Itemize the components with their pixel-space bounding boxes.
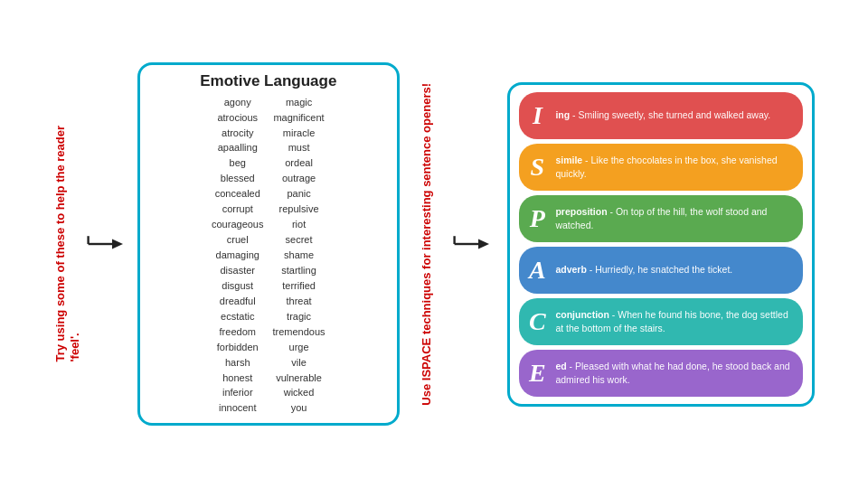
ispace-row-s: Ssimile - Like the chocolates in the box… xyxy=(519,144,803,191)
ispace-technique: ing xyxy=(555,109,570,120)
emotive-word: must xyxy=(273,141,326,155)
emotive-word: wicked xyxy=(273,386,326,400)
emotive-word: cruel xyxy=(212,233,264,248)
ispace-letter: E xyxy=(526,359,548,388)
emotive-word: disgust xyxy=(212,279,264,294)
emotive-word: vulnerable xyxy=(273,371,326,386)
emotive-word: terrified xyxy=(273,279,326,294)
left-label-line1: Try using some of these to help the read… xyxy=(53,126,67,362)
emotive-word: ordeal xyxy=(273,156,326,171)
emotive-word: freedom xyxy=(212,325,264,340)
middle-label: Use ISPACE techniques for interesting se… xyxy=(420,83,434,406)
emotive-word: shame xyxy=(273,249,326,263)
emotive-word: vile xyxy=(273,356,326,371)
emotive-word: miracle xyxy=(273,127,326,141)
ispace-letter: S xyxy=(526,153,548,182)
emotive-word: honest xyxy=(212,371,264,386)
ispace-technique: preposition xyxy=(555,206,607,217)
ispace-description: preposition - On top of the hill, the wo… xyxy=(555,205,796,230)
svg-marker-4 xyxy=(478,239,489,249)
ispace-letter: I xyxy=(526,101,548,130)
ispace-box: Iing - Smiling sweetly, she turned and w… xyxy=(507,82,815,407)
ispace-technique: simile xyxy=(555,155,582,165)
left-label: Try using some of these to help the read… xyxy=(53,126,81,362)
ispace-row-c: Cconjunction - When he found his bone, t… xyxy=(519,298,803,345)
emotive-col-1: agonyatrociousatrocityapaallingbegblesse… xyxy=(212,96,264,417)
emotive-word: damaging xyxy=(212,249,264,263)
svg-marker-1 xyxy=(112,239,123,249)
emotive-language-box: Emotive Language agonyatrociousatrocitya… xyxy=(137,62,400,427)
ispace-description: adverb - Hurriedly, he snatched the tick… xyxy=(555,263,732,276)
emotive-word: forbidden xyxy=(212,341,264,355)
ispace-letter: C xyxy=(526,307,548,336)
ispace-description: conjunction - When he found his bone, th… xyxy=(555,308,796,333)
emotive-word: repulsive xyxy=(273,202,326,217)
emotive-word: threat xyxy=(273,295,326,309)
ispace-letter: P xyxy=(526,204,548,233)
emotive-word: secret xyxy=(273,233,326,248)
ispace-description: ing - Smiling sweetly, she turned and wa… xyxy=(555,108,770,121)
emotive-word: blessed xyxy=(212,172,264,186)
ispace-row-e: Eed - Pleased with what he had done, he … xyxy=(519,350,803,397)
emotive-word: atrocity xyxy=(212,127,264,141)
ispace-description: simile - Like the chocolates in the box,… xyxy=(555,154,796,179)
emotive-word: outrage xyxy=(273,172,326,186)
emotive-word: disaster xyxy=(212,264,264,278)
ispace-technique: conjunction xyxy=(555,309,609,320)
emotive-word: atrocious xyxy=(212,111,264,126)
emotive-word: agony xyxy=(212,96,264,110)
arrow-right-icon xyxy=(453,230,489,258)
ispace-row-p: Ppreposition - On top of the hill, the w… xyxy=(519,195,803,242)
emotive-word: tremendous xyxy=(273,325,326,340)
ispace-letter: A xyxy=(526,256,548,285)
emotive-word: you xyxy=(273,401,326,416)
emotive-word: inferior xyxy=(212,386,264,400)
emotive-columns: agonyatrociousatrocityapaallingbegblesse… xyxy=(153,96,384,417)
emotive-word: magic xyxy=(273,96,326,110)
emotive-col-2: magicmagnificentmiraclemustordealoutrage… xyxy=(273,96,326,417)
emotive-word: panic xyxy=(273,187,326,202)
left-panel: Try using some of these to help the read… xyxy=(53,126,119,362)
emotive-word: ecstatic xyxy=(212,310,264,324)
emotive-word: concealed xyxy=(212,187,264,202)
emotive-word: apaalling xyxy=(212,141,264,155)
emotive-word: magnificent xyxy=(273,111,326,126)
emotive-word: corrupt xyxy=(212,202,264,217)
emotive-word: innocent xyxy=(212,401,264,416)
left-label-line2: 'feel'. xyxy=(67,333,80,362)
emotive-word: beg xyxy=(212,156,264,171)
ispace-description: ed - Pleased with what he had done, he s… xyxy=(555,360,796,385)
emotive-word: dreadful xyxy=(212,295,264,309)
emotive-word: tragic xyxy=(273,310,326,324)
emotive-word: urge xyxy=(273,341,326,355)
emotive-word: riot xyxy=(273,218,326,232)
ispace-row-i: Iing - Smiling sweetly, she turned and w… xyxy=(519,92,803,139)
arrow-left-icon xyxy=(87,226,123,262)
ispace-technique: ed xyxy=(555,361,566,371)
emotive-word: courageous xyxy=(212,218,264,232)
emotive-word: startling xyxy=(273,264,326,278)
emotive-word: harsh xyxy=(212,356,264,371)
emotive-title: Emotive Language xyxy=(153,72,384,90)
ispace-technique: adverb xyxy=(555,264,586,275)
ispace-row-a: Aadverb - Hurriedly, he snatched the tic… xyxy=(519,247,803,294)
